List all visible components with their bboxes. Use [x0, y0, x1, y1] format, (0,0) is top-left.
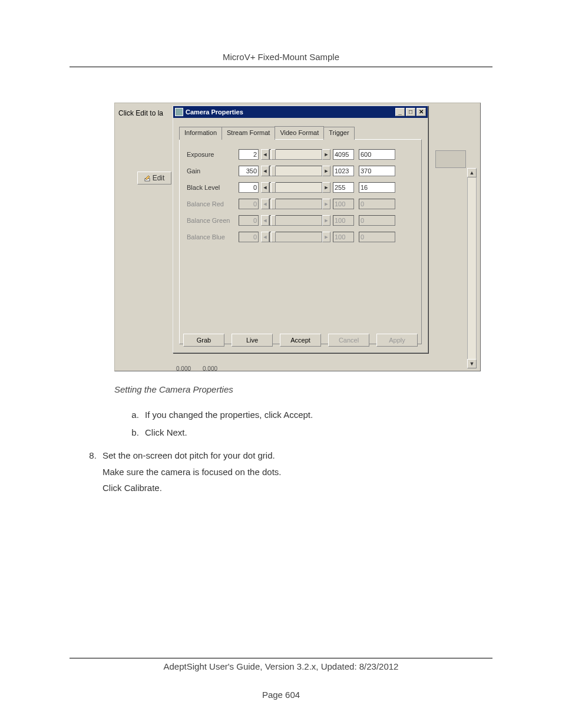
- slider-left-icon: ◄: [261, 215, 269, 226]
- value-balance-blue: 0: [359, 232, 395, 242]
- step-b: Click Next.: [141, 425, 492, 440]
- step-a: If you changed the properties, click Acc…: [141, 407, 492, 423]
- value-exposure[interactable]: 600: [359, 149, 395, 160]
- min-balance-red: 0: [239, 199, 259, 209]
- cancel-button: Cancel: [328, 334, 369, 347]
- slider-thumb: [271, 232, 276, 242]
- footer-guide-info: AdeptSight User's Guide, Version 3.2.x, …: [70, 661, 492, 671]
- slider-left-icon[interactable]: ◄: [261, 182, 269, 193]
- min-black-level: 0: [239, 182, 259, 193]
- step-8: Set the on-screen dot pitch for your dot…: [99, 448, 492, 496]
- step-8-line2: Make sure the camera is focused on the d…: [103, 465, 492, 480]
- slider-left-icon[interactable]: ◄: [261, 149, 269, 160]
- tab-strip: Information Stream Format Video Format T…: [179, 126, 422, 139]
- status-value-1: 0.000: [176, 365, 191, 372]
- row-balance-blue: Balance Blue 0 ◄ ► 100 0: [187, 232, 414, 242]
- label-gain: Gain: [187, 167, 239, 174]
- tab-trigger[interactable]: Trigger: [323, 127, 354, 140]
- bg-truncated-text: Click Edit to la: [118, 109, 163, 117]
- slider-balance-blue: ◄ ►: [261, 232, 330, 242]
- slider-right-icon[interactable]: ►: [322, 149, 330, 160]
- header-rule: [70, 67, 492, 67]
- slider-black-level[interactable]: ◄ ►: [261, 182, 330, 193]
- dialog-button-row: Grab Live Accept Cancel Apply: [173, 334, 428, 347]
- slider-thumb[interactable]: [271, 166, 276, 176]
- value-black-level[interactable]: 16: [359, 182, 395, 193]
- status-value-2: 0.000: [203, 365, 217, 372]
- dialog-title: Camera Properties: [186, 108, 394, 116]
- vertical-scrollbar[interactable]: ▲ ▼: [467, 168, 477, 368]
- slider-right-icon: ►: [322, 232, 330, 242]
- max-gain: 1023: [333, 166, 354, 176]
- status-values: 0.000 0.000: [176, 365, 217, 372]
- edit-icon: [144, 174, 151, 182]
- live-button[interactable]: Live: [232, 334, 273, 347]
- dialog-titlebar[interactable]: Camera Properties _ □ ✕: [173, 106, 428, 118]
- label-balance-green: Balance Green: [187, 217, 239, 224]
- slider-thumb[interactable]: [271, 149, 276, 160]
- row-black-level: Black Level 0 ◄ ► 255 16: [187, 182, 414, 193]
- apply-button: Apply: [376, 334, 418, 347]
- slider-gain[interactable]: ◄ ►: [261, 166, 330, 176]
- slider-balance-green: ◄ ►: [261, 215, 330, 226]
- footer-rule: [70, 658, 492, 658]
- grab-button[interactable]: Grab: [183, 334, 224, 347]
- figure-caption: Setting the Camera Properties: [114, 384, 492, 394]
- slider-left-icon: ◄: [261, 232, 269, 242]
- step-8-line1: Set the on-screen dot pitch for your dot…: [103, 450, 275, 460]
- screenshot-panel: Click Edit to la Edit Camera Properties …: [114, 103, 481, 371]
- min-gain: 350: [239, 166, 259, 176]
- edit-button[interactable]: Edit: [137, 172, 171, 185]
- camera-properties-dialog: Camera Properties _ □ ✕ Information Stre…: [173, 106, 428, 353]
- slider-exposure[interactable]: ◄ ►: [261, 149, 330, 160]
- min-balance-blue: 0: [239, 232, 259, 242]
- min-balance-green: 0: [239, 215, 259, 226]
- maximize-button[interactable]: □: [406, 108, 415, 116]
- slider-right-icon[interactable]: ►: [322, 166, 330, 176]
- tab-stream-format[interactable]: Stream Format: [222, 127, 275, 140]
- tab-information[interactable]: Information: [179, 127, 222, 140]
- slider-right-icon: ►: [322, 199, 330, 209]
- slider-right-icon[interactable]: ►: [322, 182, 330, 193]
- slider-left-icon: ◄: [261, 199, 269, 209]
- footer-page-number: Page 604: [70, 690, 492, 700]
- label-balance-blue: Balance Blue: [187, 233, 239, 241]
- slider-left-icon[interactable]: ◄: [261, 166, 269, 176]
- row-gain: Gain 350 ◄ ► 1023 370: [187, 166, 414, 176]
- slider-thumb: [271, 215, 276, 226]
- page-header-title: MicroV+ Fixed-Mount Sample: [70, 52, 492, 67]
- max-exposure: 4095: [333, 149, 354, 160]
- value-gain[interactable]: 370: [359, 166, 395, 176]
- slider-right-icon: ►: [322, 215, 330, 226]
- scroll-up-icon[interactable]: ▲: [467, 168, 477, 177]
- edit-button-label: Edit: [153, 174, 165, 182]
- dialog-icon: [175, 108, 183, 116]
- step-8-line3: Click Calibrate.: [103, 480, 492, 496]
- label-black-level: Black Level: [187, 184, 239, 191]
- row-balance-green: Balance Green 0 ◄ ► 100 0: [187, 215, 414, 226]
- label-exposure: Exposure: [187, 151, 239, 158]
- accept-button[interactable]: Accept: [280, 334, 321, 347]
- max-balance-blue: 100: [333, 232, 354, 242]
- instruction-steps: If you changed the properties, click Acc…: [114, 407, 492, 496]
- tab-video-format[interactable]: Video Format: [275, 126, 324, 139]
- max-balance-green: 100: [333, 215, 354, 226]
- scroll-down-icon[interactable]: ▼: [467, 359, 477, 368]
- slider-balance-red: ◄ ►: [261, 199, 330, 209]
- max-black-level: 255: [333, 182, 354, 193]
- value-balance-green: 0: [359, 215, 395, 226]
- value-balance-red: 0: [359, 199, 395, 209]
- close-button[interactable]: ✕: [416, 108, 426, 116]
- label-balance-red: Balance Red: [187, 200, 239, 207]
- row-exposure: Exposure 2 ◄ ► 4095 600: [187, 149, 414, 160]
- preview-area: [435, 150, 466, 168]
- slider-thumb[interactable]: [271, 182, 276, 193]
- slider-thumb: [271, 199, 276, 209]
- min-exposure: 2: [239, 149, 259, 160]
- max-balance-red: 100: [333, 199, 354, 209]
- tab-panel-video-format: Exposure 2 ◄ ► 4095 600 Gain 350 ◄: [179, 139, 422, 344]
- minimize-button[interactable]: _: [395, 108, 405, 116]
- row-balance-red: Balance Red 0 ◄ ► 100 0: [187, 199, 414, 209]
